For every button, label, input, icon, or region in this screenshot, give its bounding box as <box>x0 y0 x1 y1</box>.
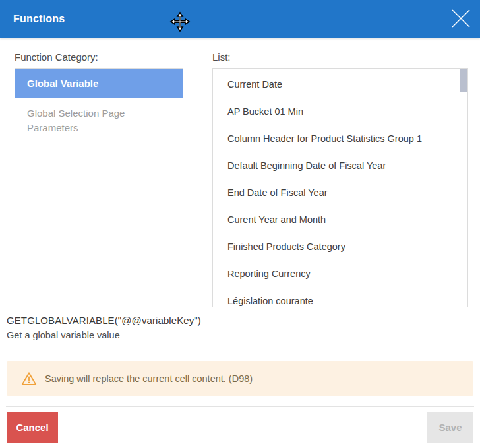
list-item[interactable]: Default Beginning Date of Fiscal Year <box>213 152 467 179</box>
cancel-button[interactable]: Cancel <box>7 412 58 443</box>
save-button[interactable]: Save <box>427 412 473 443</box>
dialog-header[interactable]: Functions <box>0 0 480 38</box>
category-item-global-selection-page-parameters[interactable]: Global Selection Page Parameters <box>15 98 183 143</box>
warning-banner: Saving will replace the current cell con… <box>7 361 473 396</box>
function-category-label: Function Category: <box>15 51 98 63</box>
list-item[interactable]: Curent Year and Month <box>213 207 467 234</box>
function-signature: GETGLOBALVARIABLE("@@variableKey") <box>7 315 201 326</box>
dialog-title: Functions <box>13 0 65 38</box>
list-item[interactable]: Current Date <box>213 71 467 98</box>
list-item[interactable]: Column Header for Product Statistics Gro… <box>213 125 467 152</box>
list-item[interactable]: Reporting Currency <box>213 261 467 288</box>
close-button[interactable] <box>451 9 471 28</box>
list-item[interactable]: Législation courante <box>213 288 467 307</box>
warning-message: Saving will replace the current cell con… <box>45 373 253 384</box>
list-scrollbar[interactable] <box>460 69 467 92</box>
function-category-listbox: Global Variable Global Selection Page Pa… <box>15 68 183 307</box>
close-icon <box>452 9 470 28</box>
warning-triangle-icon <box>21 371 37 386</box>
move-cursor-icon <box>169 11 191 32</box>
category-item-global-variable[interactable]: Global Variable <box>15 69 183 98</box>
list-item[interactable]: Finished Products Category <box>213 234 467 261</box>
list-item[interactable]: End Date of Fiscal Year <box>213 179 467 207</box>
function-description: Get a global variable value <box>7 330 120 340</box>
footer-divider <box>6 406 474 407</box>
function-listbox: Current Date AP Bucket 01 Min Column Hea… <box>212 68 468 307</box>
list-item[interactable]: AP Bucket 01 Min <box>213 98 467 125</box>
list-label: List: <box>212 51 231 63</box>
